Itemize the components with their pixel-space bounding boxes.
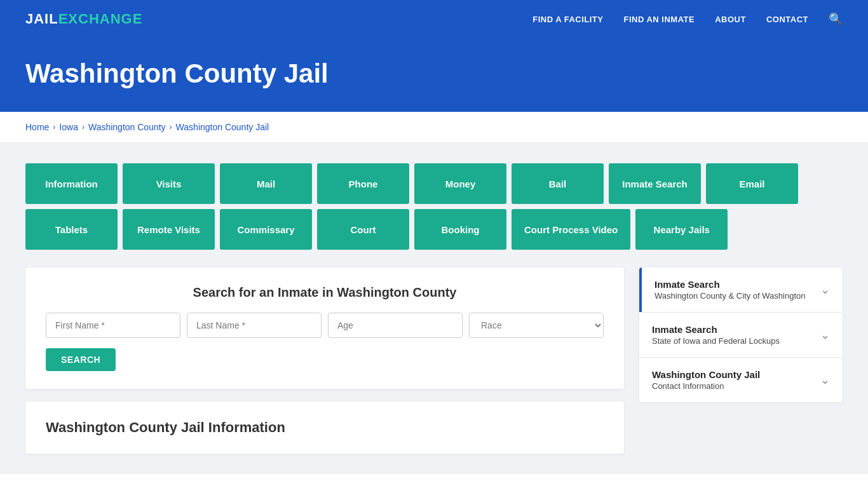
info-title: Washington County Jail Information bbox=[46, 419, 604, 436]
navbar-nav: FIND A FACILITY FIND AN INMATE ABOUT CON… bbox=[532, 12, 843, 26]
btn-nearby-jails[interactable]: Nearby Jails bbox=[635, 209, 728, 250]
sidebar-accordion: Inmate Search Washington County & City o… bbox=[639, 268, 843, 402]
accordion-header-local-search[interactable]: Inmate Search Washington County & City o… bbox=[639, 268, 843, 312]
btn-bail[interactable]: Bail bbox=[512, 163, 604, 204]
search-row-inputs: Race White Black Hispanic Asian Other bbox=[46, 313, 604, 338]
accordion-title-sub-contact: Contact Information bbox=[652, 381, 760, 391]
nav-find-facility[interactable]: FIND A FACILITY bbox=[532, 15, 603, 24]
first-name-input[interactable] bbox=[46, 313, 180, 338]
accordion-title-top-contact: Washington County Jail bbox=[652, 369, 760, 380]
nav-about[interactable]: ABOUT bbox=[715, 15, 746, 24]
accordion-header-contact[interactable]: Washington County Jail Contact Informati… bbox=[639, 358, 843, 402]
search-icon[interactable]: 🔍 bbox=[829, 12, 843, 26]
logo-exchange: EXCHANGE bbox=[58, 11, 143, 27]
search-button[interactable]: SEARCH bbox=[46, 348, 116, 371]
page-title: Washington County Jail bbox=[25, 58, 843, 89]
accordion-header-state-search[interactable]: Inmate Search State of Iowa and Federal … bbox=[639, 313, 843, 357]
btn-commissary[interactable]: Commissary bbox=[220, 209, 312, 250]
search-title: Search for an Inmate in Washington Count… bbox=[46, 285, 604, 300]
btn-email[interactable]: Email bbox=[706, 163, 798, 204]
age-input[interactable] bbox=[328, 313, 463, 338]
btn-tablets[interactable]: Tablets bbox=[25, 209, 118, 250]
breadcrumb-washington-county[interactable]: Washington County bbox=[88, 122, 166, 132]
main-content: Information Visits Mail Phone Money Bail… bbox=[0, 143, 868, 474]
btn-booking[interactable]: Booking bbox=[414, 209, 506, 250]
nav-find-inmate[interactable]: FIND AN INMATE bbox=[623, 15, 695, 24]
hero-banner: Washington County Jail bbox=[0, 38, 868, 112]
accordion-item-state-search: Inmate Search State of Iowa and Federal … bbox=[639, 313, 843, 358]
logo-jail: JAIL bbox=[25, 11, 58, 27]
breadcrumb-iowa[interactable]: Iowa bbox=[59, 122, 78, 132]
accordion-title-block-contact: Washington County Jail Contact Informati… bbox=[652, 369, 760, 391]
chevron-down-icon: ⌄ bbox=[820, 328, 830, 342]
btn-money[interactable]: Money bbox=[414, 163, 506, 204]
accordion-item-contact: Washington County Jail Contact Informati… bbox=[639, 358, 843, 402]
nav-contact[interactable]: CONTACT bbox=[766, 15, 808, 24]
accordion-item-local-search: Inmate Search Washington County & City o… bbox=[639, 268, 843, 313]
race-select[interactable]: Race White Black Hispanic Asian Other bbox=[469, 313, 604, 338]
btn-court[interactable]: Court bbox=[317, 209, 409, 250]
btn-remote-visits[interactable]: Remote Visits bbox=[123, 209, 215, 250]
accordion-title-sub-local: Washington County & City of Washington bbox=[654, 291, 806, 301]
main-panel: Search for an Inmate in Washington Count… bbox=[25, 268, 624, 454]
btn-phone[interactable]: Phone bbox=[317, 163, 409, 204]
nav-button-grid: Information Visits Mail Phone Money Bail… bbox=[25, 163, 843, 250]
breadcrumb-sep-2: › bbox=[82, 123, 85, 132]
sidebar: Inmate Search Washington County & City o… bbox=[639, 268, 843, 402]
chevron-down-icon: ⌄ bbox=[820, 283, 830, 297]
content-layout: Search for an Inmate in Washington Count… bbox=[25, 268, 843, 454]
navbar: JAIL EXCHANGE FIND A FACILITY FIND AN IN… bbox=[0, 0, 868, 38]
breadcrumb: Home › Iowa › Washington County › Washin… bbox=[0, 112, 868, 143]
btn-inmate-search[interactable]: Inmate Search bbox=[609, 163, 701, 204]
btn-court-process-video[interactable]: Court Process Video bbox=[512, 209, 630, 250]
search-card: Search for an Inmate in Washington Count… bbox=[25, 268, 624, 389]
btn-mail[interactable]: Mail bbox=[220, 163, 312, 204]
breadcrumb-home[interactable]: Home bbox=[25, 122, 49, 132]
accordion-title-top-local: Inmate Search bbox=[654, 279, 806, 290]
accordion-title-block-local: Inmate Search Washington County & City o… bbox=[654, 279, 806, 301]
chevron-down-icon: ⌄ bbox=[820, 373, 830, 387]
accordion-title-top-state: Inmate Search bbox=[652, 324, 780, 335]
info-section: Washington County Jail Information bbox=[25, 402, 624, 454]
breadcrumb-jail[interactable]: Washington County Jail bbox=[176, 122, 269, 132]
breadcrumb-sep-1: › bbox=[53, 123, 55, 132]
last-name-input[interactable] bbox=[187, 313, 322, 338]
breadcrumb-sep-3: › bbox=[170, 123, 172, 132]
logo[interactable]: JAIL EXCHANGE bbox=[25, 11, 142, 27]
accordion-title-block-state: Inmate Search State of Iowa and Federal … bbox=[652, 324, 780, 346]
btn-visits[interactable]: Visits bbox=[123, 163, 215, 204]
btn-information[interactable]: Information bbox=[25, 163, 118, 204]
accordion-title-sub-state: State of Iowa and Federal Lockups bbox=[652, 336, 780, 346]
